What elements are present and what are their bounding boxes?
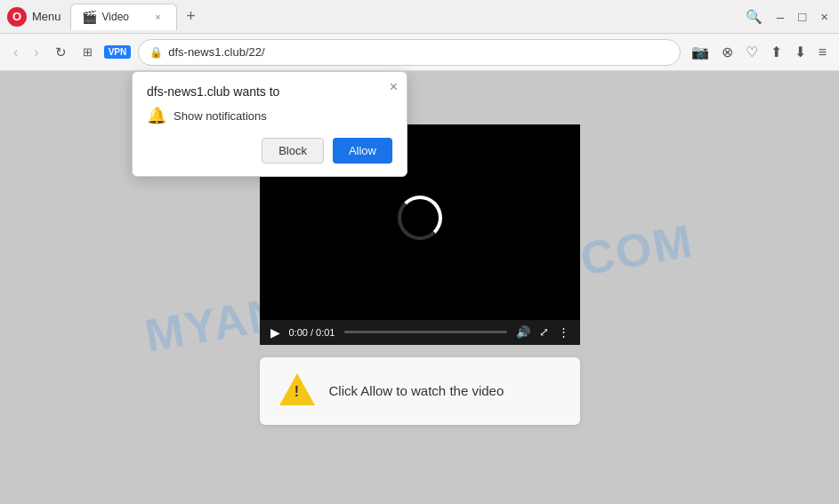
menu-label[interactable]: Menu [32, 10, 61, 23]
title-bar-controls: 🔍 – □ × [742, 7, 832, 27]
popup-close-button[interactable]: × [390, 79, 398, 95]
address-bar-input[interactable]: 🔒 dfs-news1.club/22/ [138, 39, 680, 66]
popup-buttons: Block Allow [147, 138, 392, 164]
page-content: MYANTISPYWARE.COM × dfs-news1.club wants… [0, 71, 839, 504]
tab-favicon: 🎬 [82, 10, 97, 24]
share-icon[interactable]: ⬆ [767, 42, 786, 62]
warning-exclamation: ! [294, 384, 299, 400]
forward-button[interactable]: › [29, 41, 43, 64]
address-bar-right-icons: 📷 ⊗ ♡ ⬆ ⬇ ≡ [688, 42, 830, 62]
block-button[interactable]: Block [262, 138, 324, 164]
center-content: ▶ 0:00 / 0:01 🔊 ⤢ ⋮ ! Click Allow to wat… [260, 151, 580, 425]
notification-popup: × dfs-news1.club wants to 🔔 Show notific… [132, 71, 407, 177]
title-bar: O Menu 🎬 Video × + 🔍 – □ × [0, 0, 839, 34]
reload-button[interactable]: ↻ [51, 41, 71, 64]
address-bar: ‹ › ↻ ⊞ VPN 🔒 dfs-news1.club/22/ 📷 ⊗ ♡ ⬆… [0, 34, 839, 71]
volume-button[interactable]: 🔊 [516, 325, 530, 339]
notification-bell-icon: 🔔 [147, 106, 166, 125]
video-controls: ▶ 0:00 / 0:01 🔊 ⤢ ⋮ [260, 320, 580, 345]
play-button[interactable]: ▶ [270, 325, 280, 340]
tab-title: Video [102, 11, 129, 23]
vpn-badge[interactable]: VPN [104, 45, 132, 59]
info-message: Click Allow to watch the video [329, 381, 504, 400]
maximize-button[interactable]: □ [795, 7, 810, 26]
close-circle-icon[interactable]: ⊗ [718, 42, 737, 62]
camera-icon[interactable]: 📷 [688, 42, 713, 62]
active-tab[interactable]: 🎬 Video × [70, 4, 177, 30]
tab-bar: 🎬 Video × + [70, 4, 737, 30]
allow-button[interactable]: Allow [333, 138, 392, 164]
download-icon[interactable]: ⬇ [791, 42, 810, 62]
browser-menu-button[interactable]: ≡ [815, 43, 830, 62]
search-icon[interactable]: 🔍 [742, 7, 766, 27]
back-button[interactable]: ‹ [9, 41, 22, 64]
time-display: 0:00 / 0:01 [289, 327, 335, 338]
lock-icon: 🔒 [149, 46, 163, 59]
new-tab-button[interactable]: + [181, 6, 202, 28]
url-text: dfs-news1.club/22/ [168, 45, 264, 59]
popup-row: 🔔 Show notifications [147, 106, 392, 125]
notification-label: Show notifications [173, 109, 267, 123]
tabs-overview-button[interactable]: ⊞ [78, 42, 97, 62]
minimize-button[interactable]: – [773, 7, 787, 26]
more-options-button[interactable]: ⋮ [558, 325, 569, 339]
popup-title: dfs-news1.club wants to [147, 84, 392, 99]
info-box: ! Click Allow to watch the video [260, 357, 580, 425]
loading-spinner [398, 196, 442, 240]
browser-window: O Menu 🎬 Video × + 🔍 – □ × ‹ › ↻ ⊞ VPN 🔒… [0, 0, 839, 504]
progress-bar[interactable] [344, 331, 507, 333]
close-window-button[interactable]: × [817, 7, 832, 26]
tab-close-button[interactable]: × [151, 10, 165, 24]
fullscreen-button[interactable]: ⤢ [539, 325, 549, 339]
warning-icon: ! [279, 373, 315, 409]
heart-icon[interactable]: ♡ [742, 42, 762, 62]
opera-logo: O [7, 7, 27, 27]
